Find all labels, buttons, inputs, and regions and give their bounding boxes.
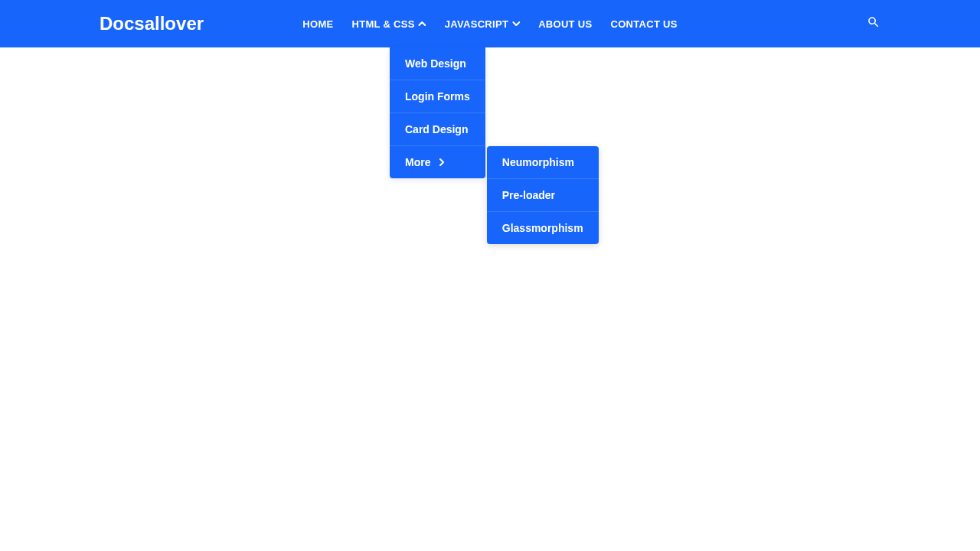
nav-item-contact: CONTACT US bbox=[601, 2, 686, 47]
nav-link-about[interactable]: ABOUT US bbox=[529, 2, 601, 47]
nav-label-htmlcss: HTML & CSS bbox=[352, 18, 415, 30]
nav-menu: HOME HTML & CSS JAVASCRIPT ABOUT US CONT… bbox=[293, 2, 686, 47]
nav-link-htmlcss[interactable]: HTML & CSS bbox=[343, 2, 436, 47]
nav-item-javascript: JAVASCRIPT bbox=[436, 2, 529, 47]
nav-link-home[interactable]: HOME bbox=[293, 2, 342, 47]
search-button[interactable] bbox=[867, 15, 880, 32]
nav-link-contact[interactable]: CONTACT US bbox=[601, 2, 686, 47]
search-icon bbox=[867, 15, 880, 32]
brand-logo[interactable]: Docsallover bbox=[100, 13, 204, 34]
nav-item-htmlcss: HTML & CSS bbox=[343, 2, 436, 47]
chevron-down-icon bbox=[512, 20, 520, 28]
chevron-up-icon bbox=[419, 20, 426, 28]
navbar: Docsallover HOME HTML & CSS JAVASCRIPT A… bbox=[0, 0, 980, 47]
nav-link-javascript[interactable]: JAVASCRIPT bbox=[436, 2, 529, 47]
nav-label-javascript: JAVASCRIPT bbox=[445, 18, 508, 30]
nav-item-home: HOME bbox=[293, 2, 342, 47]
nav-item-about: ABOUT US bbox=[529, 2, 601, 47]
